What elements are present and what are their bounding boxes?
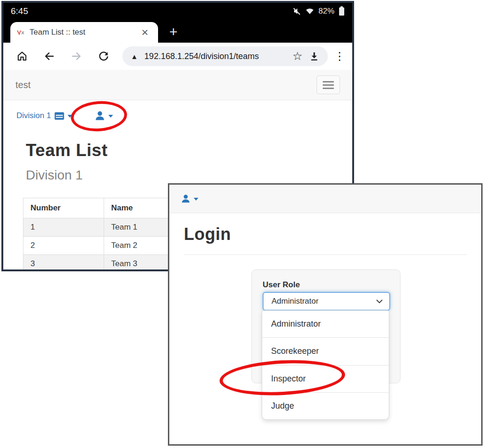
nav-links-row: Division 1 [3,100,352,131]
hamburger-menu-button[interactable] [317,75,340,94]
browser-menu-icon[interactable]: ⋮ [332,50,348,63]
not-secure-warning-icon: ▲ [131,52,138,60]
login-heading: Login [184,224,481,244]
mute-icon [293,7,301,15]
login-screenshot: Login User Role Administrator Administra… [168,183,483,446]
user-menu-dropdown[interactable] [181,194,198,203]
tab-strip: Team List :: test ✕ + [3,19,352,43]
url-text[interactable]: 192.168.1.254/division1/teams [144,52,286,61]
page-title: Team List [26,141,352,160]
column-header-number: Number [23,198,104,218]
table-icon [54,112,64,120]
new-tab-icon[interactable]: + [169,24,178,40]
download-icon[interactable] [309,51,319,61]
reload-icon[interactable] [94,47,113,66]
user-icon [181,194,190,203]
battery-percent-text: 82% [318,7,334,16]
wifi-icon [305,7,314,15]
user-role-label: User Role [263,280,400,290]
browser-toolbar: ▲ 192.168.1.254/division1/teams ☆ ⋮ [3,43,352,70]
battery-icon [339,6,345,16]
tab-title: Team List :: test [30,28,134,37]
division-dropdown-label: Division 1 [16,111,51,120]
bookmark-star-icon[interactable]: ☆ [292,51,302,62]
status-bar: 6:45 82% [3,3,352,19]
selected-role-value: Administrator [272,297,318,306]
option-judge[interactable]: Judge [262,392,389,419]
chevron-down-icon [376,299,383,304]
division-dropdown[interactable]: Division 1 [16,111,72,120]
option-administrator[interactable]: Administrator [262,311,389,337]
browser-tab[interactable]: Team List :: test ✕ [10,22,158,43]
login-navbar [169,185,481,213]
team-number-cell: 2 [23,237,104,255]
home-icon[interactable] [13,47,31,66]
user-role-select[interactable]: Administrator [263,292,390,311]
chevron-down-icon [194,198,198,201]
forward-icon[interactable] [67,47,86,66]
site-navbar: test [3,70,352,100]
back-icon[interactable] [40,47,59,66]
team-number-cell: 1 [23,218,104,237]
divider [184,254,467,255]
url-bar[interactable]: ▲ 192.168.1.254/division1/teams ☆ [122,46,328,66]
tab-close-icon[interactable]: ✕ [138,27,151,38]
navbar-brand[interactable]: test [15,80,30,90]
favicon [17,29,25,36]
clock-text: 6:45 [11,6,28,16]
page-subtitle: Division 1 [26,168,352,183]
team-number-cell: 3 [23,255,104,272]
